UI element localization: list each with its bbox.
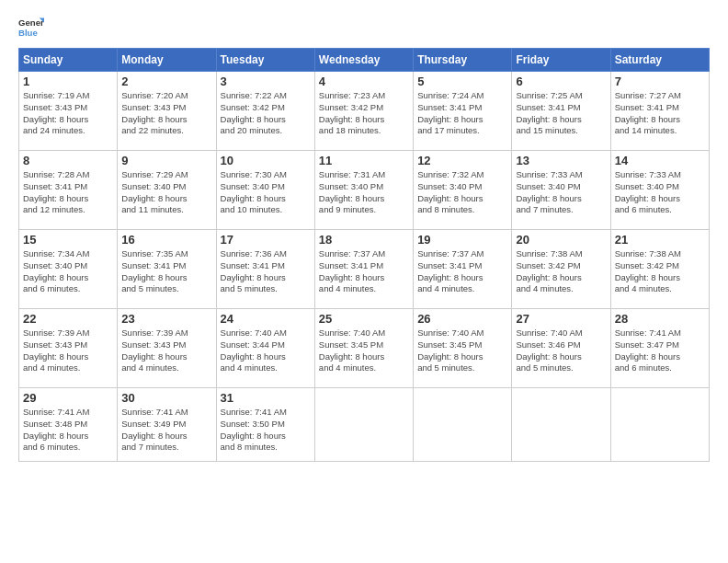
calendar-cell: 9Sunrise: 7:29 AM Sunset: 3:40 PM Daylig… <box>118 151 216 230</box>
calendar-cell <box>414 388 512 462</box>
calendar-cell: 26Sunrise: 7:40 AM Sunset: 3:45 PM Dayli… <box>414 309 512 388</box>
day-info: Sunrise: 7:22 AM Sunset: 3:42 PM Dayligh… <box>221 90 311 137</box>
day-info: Sunrise: 7:37 AM Sunset: 3:41 PM Dayligh… <box>417 248 507 295</box>
logo: General Blue <box>18 15 44 40</box>
calendar-cell: 5Sunrise: 7:24 AM Sunset: 3:41 PM Daylig… <box>414 72 512 151</box>
calendar-cell: 17Sunrise: 7:36 AM Sunset: 3:41 PM Dayli… <box>216 230 314 309</box>
weekday-header-friday: Friday <box>512 49 610 72</box>
svg-text:Blue: Blue <box>18 28 38 38</box>
calendar-cell <box>314 388 413 462</box>
day-info: Sunrise: 7:40 AM Sunset: 3:44 PM Dayligh… <box>221 327 311 374</box>
day-number: 17 <box>221 233 311 247</box>
day-number: 26 <box>417 312 507 326</box>
day-info: Sunrise: 7:39 AM Sunset: 3:43 PM Dayligh… <box>23 327 113 374</box>
weekday-header-sunday: Sunday <box>19 49 118 72</box>
day-info: Sunrise: 7:33 AM Sunset: 3:40 PM Dayligh… <box>516 169 606 216</box>
weekday-header-tuesday: Tuesday <box>216 49 314 72</box>
calendar-cell: 2Sunrise: 7:20 AM Sunset: 3:43 PM Daylig… <box>118 72 216 151</box>
logo-icon: General Blue <box>18 15 44 40</box>
day-number: 12 <box>417 154 507 167</box>
day-number: 7 <box>615 75 705 88</box>
day-info: Sunrise: 7:40 AM Sunset: 3:45 PM Dayligh… <box>319 327 409 374</box>
day-number: 23 <box>121 312 211 326</box>
calendar-cell: 6Sunrise: 7:25 AM Sunset: 3:41 PM Daylig… <box>512 72 610 151</box>
calendar-cell: 28Sunrise: 7:41 AM Sunset: 3:47 PM Dayli… <box>610 309 709 388</box>
day-info: Sunrise: 7:32 AM Sunset: 3:40 PM Dayligh… <box>417 169 507 216</box>
day-number: 9 <box>121 154 211 167</box>
day-info: Sunrise: 7:28 AM Sunset: 3:41 PM Dayligh… <box>23 169 113 216</box>
day-number: 10 <box>221 154 311 167</box>
day-number: 14 <box>615 154 705 167</box>
day-number: 25 <box>319 312 409 326</box>
calendar-header: SundayMondayTuesdayWednesdayThursdayFrid… <box>19 49 710 72</box>
calendar-week-2: 8Sunrise: 7:28 AM Sunset: 3:41 PM Daylig… <box>19 151 710 230</box>
weekday-header-thursday: Thursday <box>414 49 512 72</box>
calendar-body: 1Sunrise: 7:19 AM Sunset: 3:43 PM Daylig… <box>19 72 710 462</box>
day-info: Sunrise: 7:41 AM Sunset: 3:47 PM Dayligh… <box>615 327 705 374</box>
calendar-cell: 23Sunrise: 7:39 AM Sunset: 3:43 PM Dayli… <box>118 309 216 388</box>
calendar-cell: 31Sunrise: 7:41 AM Sunset: 3:50 PM Dayli… <box>216 388 314 462</box>
day-number: 27 <box>516 312 606 326</box>
day-info: Sunrise: 7:19 AM Sunset: 3:43 PM Dayligh… <box>23 90 113 137</box>
calendar-cell <box>610 388 709 462</box>
calendar-cell: 22Sunrise: 7:39 AM Sunset: 3:43 PM Dayli… <box>19 309 118 388</box>
calendar-week-1: 1Sunrise: 7:19 AM Sunset: 3:43 PM Daylig… <box>19 72 710 151</box>
day-number: 16 <box>121 233 211 247</box>
day-info: Sunrise: 7:38 AM Sunset: 3:42 PM Dayligh… <box>615 248 705 295</box>
day-number: 21 <box>615 233 705 247</box>
day-number: 31 <box>221 391 311 405</box>
day-number: 24 <box>221 312 311 326</box>
day-info: Sunrise: 7:29 AM Sunset: 3:40 PM Dayligh… <box>121 169 211 216</box>
day-info: Sunrise: 7:20 AM Sunset: 3:43 PM Dayligh… <box>121 90 211 137</box>
calendar-week-5: 29Sunrise: 7:41 AM Sunset: 3:48 PM Dayli… <box>19 388 710 462</box>
weekday-header-saturday: Saturday <box>610 49 709 72</box>
calendar-cell: 7Sunrise: 7:27 AM Sunset: 3:41 PM Daylig… <box>610 72 709 151</box>
day-number: 28 <box>615 312 705 326</box>
day-number: 8 <box>23 154 113 167</box>
day-info: Sunrise: 7:31 AM Sunset: 3:40 PM Dayligh… <box>319 169 409 216</box>
day-info: Sunrise: 7:40 AM Sunset: 3:45 PM Dayligh… <box>417 327 507 374</box>
day-number: 1 <box>23 75 113 88</box>
day-number: 5 <box>417 75 507 88</box>
calendar-cell <box>512 388 610 462</box>
day-number: 30 <box>121 391 211 405</box>
day-info: Sunrise: 7:24 AM Sunset: 3:41 PM Dayligh… <box>417 90 507 137</box>
calendar-cell: 16Sunrise: 7:35 AM Sunset: 3:41 PM Dayli… <box>118 230 216 309</box>
day-info: Sunrise: 7:23 AM Sunset: 3:42 PM Dayligh… <box>319 90 409 137</box>
day-number: 29 <box>23 391 113 405</box>
day-number: 11 <box>319 154 409 167</box>
weekday-header-monday: Monday <box>118 49 216 72</box>
day-info: Sunrise: 7:41 AM Sunset: 3:48 PM Dayligh… <box>23 407 113 454</box>
day-number: 4 <box>319 75 409 88</box>
svg-text:General: General <box>18 17 44 28</box>
day-number: 20 <box>516 233 606 247</box>
day-info: Sunrise: 7:25 AM Sunset: 3:41 PM Dayligh… <box>516 90 606 137</box>
day-info: Sunrise: 7:34 AM Sunset: 3:40 PM Dayligh… <box>23 248 113 295</box>
calendar: SundayMondayTuesdayWednesdayThursdayFrid… <box>18 48 710 462</box>
day-info: Sunrise: 7:33 AM Sunset: 3:40 PM Dayligh… <box>615 169 705 216</box>
calendar-cell: 14Sunrise: 7:33 AM Sunset: 3:40 PM Dayli… <box>610 151 709 230</box>
day-number: 13 <box>516 154 606 167</box>
day-info: Sunrise: 7:30 AM Sunset: 3:40 PM Dayligh… <box>221 169 311 216</box>
day-info: Sunrise: 7:36 AM Sunset: 3:41 PM Dayligh… <box>221 248 311 295</box>
weekday-row: SundayMondayTuesdayWednesdayThursdayFrid… <box>19 49 710 72</box>
weekday-header-wednesday: Wednesday <box>314 49 413 72</box>
day-info: Sunrise: 7:27 AM Sunset: 3:41 PM Dayligh… <box>615 90 705 137</box>
calendar-cell: 19Sunrise: 7:37 AM Sunset: 3:41 PM Dayli… <box>414 230 512 309</box>
day-info: Sunrise: 7:41 AM Sunset: 3:50 PM Dayligh… <box>221 407 311 454</box>
calendar-cell: 8Sunrise: 7:28 AM Sunset: 3:41 PM Daylig… <box>19 151 118 230</box>
calendar-cell: 11Sunrise: 7:31 AM Sunset: 3:40 PM Dayli… <box>314 151 413 230</box>
day-info: Sunrise: 7:39 AM Sunset: 3:43 PM Dayligh… <box>121 327 211 374</box>
day-info: Sunrise: 7:38 AM Sunset: 3:42 PM Dayligh… <box>516 248 606 295</box>
day-number: 6 <box>516 75 606 88</box>
calendar-cell: 3Sunrise: 7:22 AM Sunset: 3:42 PM Daylig… <box>216 72 314 151</box>
calendar-cell: 21Sunrise: 7:38 AM Sunset: 3:42 PM Dayli… <box>610 230 709 309</box>
page: General Blue SundayMondayTuesdayWednesda… <box>0 0 728 563</box>
day-number: 18 <box>319 233 409 247</box>
calendar-cell: 20Sunrise: 7:38 AM Sunset: 3:42 PM Dayli… <box>512 230 610 309</box>
calendar-cell: 24Sunrise: 7:40 AM Sunset: 3:44 PM Dayli… <box>216 309 314 388</box>
calendar-week-3: 15Sunrise: 7:34 AM Sunset: 3:40 PM Dayli… <box>19 230 710 309</box>
calendar-cell: 18Sunrise: 7:37 AM Sunset: 3:41 PM Dayli… <box>314 230 413 309</box>
day-number: 19 <box>417 233 507 247</box>
calendar-cell: 4Sunrise: 7:23 AM Sunset: 3:42 PM Daylig… <box>314 72 413 151</box>
